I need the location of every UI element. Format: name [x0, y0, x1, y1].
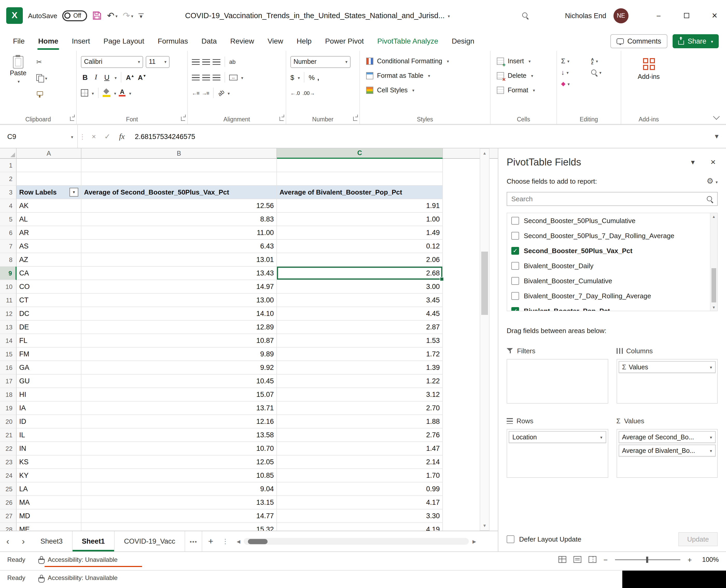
format-painter-button[interactable] [36, 88, 47, 100]
share-button[interactable]: Share [672, 34, 719, 48]
cell-b2[interactable] [81, 172, 277, 186]
row-header-18[interactable]: 18 [0, 388, 17, 401]
new-sheet-button[interactable]: + [202, 531, 219, 551]
cancel-entry-button[interactable]: × [87, 132, 101, 141]
cell-b13[interactable]: 12.89 [81, 320, 277, 334]
cell-a25[interactable]: LA [17, 482, 81, 496]
horizontal-scrollbar[interactable]: ◀ ▶ [237, 531, 476, 551]
cell-styles-button[interactable]: Cell Styles [364, 83, 486, 98]
cell-a28[interactable]: ME [17, 523, 81, 531]
row-header-20[interactable]: 20 [0, 415, 17, 428]
cell-a10[interactable]: CO [17, 280, 81, 294]
field-checkbox[interactable] [511, 262, 519, 270]
cell-c4[interactable]: 1.91 [277, 199, 443, 213]
cell-c1[interactable] [277, 159, 443, 172]
ribbon-tab-file[interactable]: File [6, 31, 31, 51]
cell-c11[interactable]: 3.45 [277, 294, 443, 307]
avatar[interactable]: NE [614, 8, 628, 23]
ribbon-tab-pivottable-analyze[interactable]: PivotTable Analyze [370, 31, 445, 51]
zoom-level[interactable]: 100% [699, 556, 719, 563]
row-header-15[interactable]: 15 [0, 348, 17, 361]
fill-button[interactable]: ↓ [561, 68, 585, 76]
maximize-button[interactable] [675, 5, 698, 26]
row-header-19[interactable]: 19 [0, 401, 17, 415]
cell-c25[interactable]: 0.99 [277, 482, 443, 496]
align-middle-button[interactable] [202, 59, 210, 65]
minimize-button[interactable]: − [647, 5, 670, 26]
cell-b7[interactable]: 6.43 [81, 240, 277, 253]
font-color-button[interactable]: A [119, 89, 126, 97]
cell-a19[interactable]: IA [17, 401, 81, 415]
cell-c13[interactable]: 2.87 [277, 320, 443, 334]
field-checkbox[interactable] [511, 232, 519, 240]
cell-c18[interactable]: 3.12 [277, 388, 443, 401]
row-header-21[interactable]: 21 [0, 428, 17, 442]
cell-b6[interactable]: 11.00 [81, 226, 277, 240]
comments-button[interactable]: Comments [610, 34, 667, 48]
decrease-font-size-button[interactable]: A▼ [137, 74, 147, 81]
ribbon-tab-view[interactable]: View [261, 31, 290, 51]
cell-a24[interactable]: KY [17, 469, 81, 482]
cell-c9[interactable]: 2.68 [277, 267, 443, 280]
sheet-tab-sheet3[interactable]: Sheet3 [31, 531, 72, 551]
save-button[interactable] [92, 11, 102, 20]
row-header-26[interactable]: 26 [0, 496, 17, 509]
alignment-dialog-launcher[interactable] [279, 117, 284, 121]
pane-close-icon[interactable]: × [710, 157, 716, 168]
ribbon-tab-formulas[interactable]: Formulas [151, 31, 195, 51]
clear-button[interactable]: ◆ [561, 80, 585, 88]
ribbon-tab-insert[interactable]: Insert [65, 31, 97, 51]
collapse-ribbon-icon[interactable] [713, 113, 720, 120]
cell-c10[interactable]: 3.00 [277, 280, 443, 294]
cell-a15[interactable]: FM [17, 348, 81, 361]
row-header-8[interactable]: 8 [0, 253, 17, 267]
bold-button[interactable]: B [81, 73, 89, 81]
row-header-22[interactable]: 22 [0, 442, 17, 456]
field-checkbox[interactable]: ✓ [511, 247, 519, 255]
fill-color-button[interactable] [103, 89, 110, 97]
align-top-button[interactable] [192, 59, 200, 65]
search-input[interactable] [511, 195, 707, 203]
filter-dropdown-button[interactable]: ▾ [69, 188, 78, 196]
align-right-button[interactable] [213, 75, 220, 80]
ribbon-tab-help[interactable]: Help [290, 31, 318, 51]
cell-a20[interactable]: ID [17, 415, 81, 428]
cell-a13[interactable]: DE [17, 320, 81, 334]
column-header-c[interactable]: C [277, 148, 443, 159]
cell-a26[interactable]: MA [17, 496, 81, 509]
accounting-format-button[interactable]: $ [291, 74, 294, 81]
ribbon-tab-data[interactable]: Data [195, 31, 223, 51]
cell-c12[interactable]: 4.45 [277, 307, 443, 320]
increase-font-size-button[interactable]: A▲ [126, 74, 135, 81]
column-header-a[interactable]: A [17, 148, 81, 159]
row-header-7[interactable]: 7 [0, 240, 17, 253]
cell-a1[interactable] [17, 159, 81, 172]
field-item[interactable]: Second_Booster_50Plus_7_Day_Rolling_Aver… [507, 228, 710, 243]
cell-a5[interactable]: AL [17, 213, 81, 226]
cell-b11[interactable]: 13.00 [81, 294, 277, 307]
cell-c5[interactable]: 1.00 [277, 213, 443, 226]
update-button[interactable]: Update [678, 532, 718, 546]
ribbon-tab-power-pivot[interactable]: Power Pivot [318, 31, 370, 51]
scroll-up-icon[interactable]: ▲ [480, 151, 489, 155]
scroll-down-icon[interactable]: ▼ [480, 523, 489, 528]
excel-logo-icon[interactable]: X [6, 7, 23, 24]
cell-c24[interactable]: 1.70 [277, 469, 443, 482]
zoom-slider-thumb[interactable] [646, 556, 648, 563]
field-checkbox[interactable]: ✓ [511, 307, 519, 311]
format-cells-button[interactable]: Format [495, 83, 552, 98]
insert-cells-button[interactable]: Insert [495, 54, 552, 68]
cell-c27[interactable]: 3.30 [277, 509, 443, 523]
area-item[interactable]: Average of Bivalent_Bo... [618, 445, 716, 457]
font-dialog-launcher[interactable] [181, 117, 185, 121]
filters-area-box[interactable] [507, 359, 608, 404]
percent-style-button[interactable]: % [309, 74, 315, 81]
row-header-1[interactable]: 1 [0, 159, 17, 172]
previous-sheet-button[interactable]: ‹ [0, 531, 16, 551]
orientation-button[interactable]: ab [216, 88, 225, 97]
cell-c14[interactable]: 1.53 [277, 334, 443, 348]
expand-formula-bar-icon[interactable]: ▼ [713, 133, 726, 140]
row-header-23[interactable]: 23 [0, 456, 17, 469]
pane-options-caret-icon[interactable]: ▼ [690, 159, 696, 166]
pivot-row-labels-header[interactable]: Row Labels▾ [17, 186, 81, 199]
